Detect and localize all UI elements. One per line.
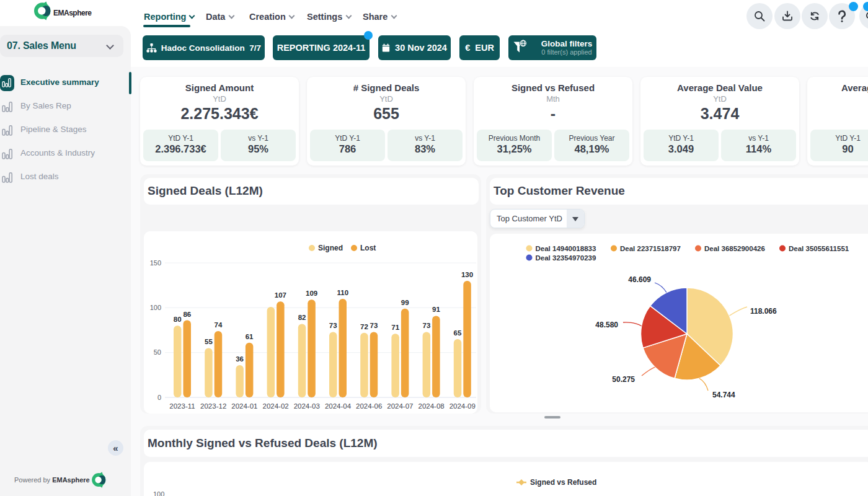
svg-text:Deal 14940018833: Deal 14940018833 bbox=[536, 245, 596, 252]
svg-text:50: 50 bbox=[154, 348, 161, 356]
svg-text:2024-06: 2024-06 bbox=[356, 402, 382, 410]
svg-text:2023-12: 2023-12 bbox=[200, 402, 226, 410]
svg-text:Deal 32354970239: Deal 32354970239 bbox=[536, 254, 596, 262]
svg-text:54.744: 54.744 bbox=[712, 391, 735, 399]
svg-text:55: 55 bbox=[205, 338, 213, 345]
svg-text:Deal 22371518797: Deal 22371518797 bbox=[620, 245, 681, 252]
svg-text:Signed: Signed bbox=[318, 244, 343, 252]
svg-text:Signed vs Refused: Signed vs Refused bbox=[530, 478, 596, 487]
svg-text:2023-11: 2023-11 bbox=[169, 402, 195, 410]
svg-text:107: 107 bbox=[275, 291, 286, 299]
svg-text:73: 73 bbox=[370, 322, 378, 329]
svg-text:Deal 35055611551: Deal 35055611551 bbox=[789, 245, 849, 252]
svg-text:72: 72 bbox=[360, 323, 368, 330]
svg-text:150: 150 bbox=[150, 259, 161, 267]
svg-text:2024-04: 2024-04 bbox=[325, 402, 352, 410]
svg-text:2024-01: 2024-01 bbox=[231, 402, 257, 410]
svg-text:Lost: Lost bbox=[360, 244, 376, 252]
svg-text:91: 91 bbox=[432, 306, 440, 313]
svg-text:73: 73 bbox=[329, 322, 337, 329]
svg-text:2024-08: 2024-08 bbox=[418, 402, 444, 410]
svg-text:86: 86 bbox=[183, 311, 191, 318]
svg-text:130: 130 bbox=[461, 271, 473, 278]
svg-text:61: 61 bbox=[246, 333, 254, 340]
svg-text:74: 74 bbox=[215, 321, 223, 329]
svg-text:48.580: 48.580 bbox=[595, 321, 618, 329]
svg-text:100: 100 bbox=[150, 304, 161, 311]
svg-text:109: 109 bbox=[306, 290, 317, 297]
svg-text:0: 0 bbox=[157, 394, 161, 401]
svg-text:71: 71 bbox=[391, 324, 399, 331]
svg-text:65: 65 bbox=[454, 329, 462, 337]
svg-text:99: 99 bbox=[401, 299, 409, 306]
svg-text:2024-07: 2024-07 bbox=[387, 402, 413, 410]
svg-text:2024-09: 2024-09 bbox=[450, 402, 476, 410]
svg-text:2024-02: 2024-02 bbox=[262, 402, 288, 410]
svg-text:36: 36 bbox=[236, 355, 244, 363]
svg-text:110: 110 bbox=[337, 289, 349, 296]
svg-text:46.609: 46.609 bbox=[628, 275, 651, 284]
svg-text:2024-03: 2024-03 bbox=[294, 402, 320, 410]
svg-text:118.066: 118.066 bbox=[750, 307, 777, 316]
svg-text:Deal 36852900426: Deal 36852900426 bbox=[704, 245, 765, 252]
svg-text:82: 82 bbox=[298, 314, 306, 321]
svg-text:73: 73 bbox=[423, 322, 431, 329]
svg-text:50.275: 50.275 bbox=[612, 375, 635, 384]
svg-text:80: 80 bbox=[174, 316, 182, 323]
